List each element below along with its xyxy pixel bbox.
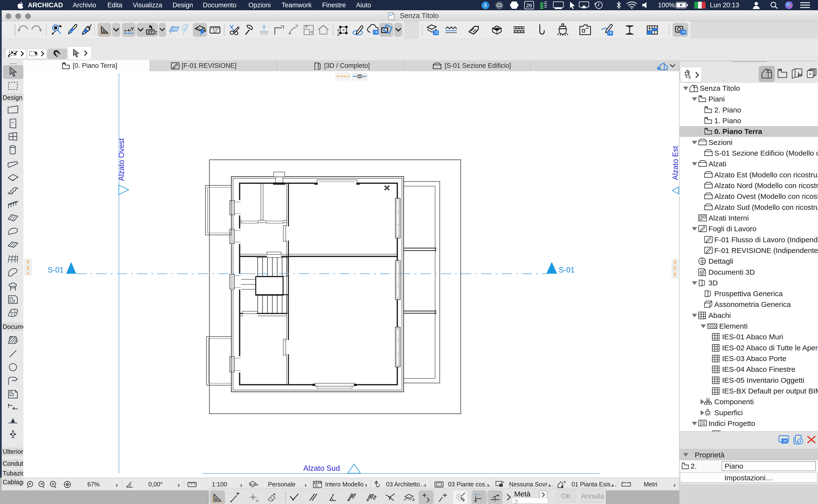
svg-text:Alzato Ovest: Alzato Ovest <box>117 138 126 181</box>
svg-text:26: 26 <box>526 2 532 9</box>
svg-text:12: 12 <box>213 29 217 33</box>
svg-text:XY: XY <box>148 30 153 34</box>
svg-text:S-01: S-01 <box>559 266 575 274</box>
svg-text:Alzato Sud: Alzato Sud <box>303 464 340 473</box>
svg-text:Alzato Est: Alzato Est <box>671 146 679 180</box>
svg-text:S-01: S-01 <box>48 266 63 274</box>
svg-text:δ: δ <box>484 3 487 8</box>
